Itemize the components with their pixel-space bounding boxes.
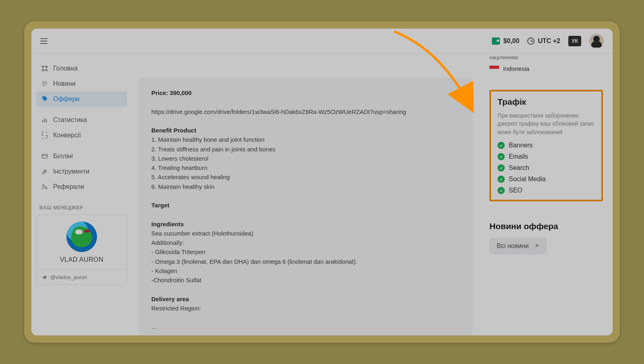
- sidebar-item-label: Головна: [53, 65, 78, 72]
- clock-icon: [527, 37, 535, 45]
- manager-handle-row[interactable]: @vlados_auron: [37, 270, 127, 284]
- traffic-item: Emails: [497, 153, 595, 160]
- traffic-item: SEO: [497, 187, 595, 194]
- sidebar-item-label: Оффери: [53, 95, 80, 103]
- sidebar-item-referrals[interactable]: Реферали: [36, 179, 127, 194]
- sidebar-item-offers[interactable]: Оффери: [36, 91, 127, 107]
- svg-rect-10: [42, 155, 47, 158]
- svg-point-13: [45, 187, 47, 189]
- add-line: - Kolagen: [151, 266, 460, 275]
- traffic-item: Search: [497, 164, 595, 172]
- flag-indonesia-icon: [489, 66, 499, 72]
- offer-description-card: Price: 390,000 https://drive.google.com/…: [139, 78, 473, 335]
- sidebar-item-billing[interactable]: Біллінг: [36, 149, 127, 164]
- sidebar-item-label: Інструменти: [53, 168, 89, 175]
- targeting-country: Indonesia: [503, 65, 529, 72]
- ingredients-heading: Ingredients: [151, 221, 184, 228]
- add-line: - Omega 3 (linolenat, EPA dan DHA) dan o…: [151, 257, 460, 266]
- svg-rect-1: [45, 66, 47, 68]
- menu-toggle-button[interactable]: [40, 38, 47, 44]
- target-heading: Target: [151, 202, 169, 209]
- targeting-label: націленням:: [489, 54, 603, 60]
- benefit-line: 4. Treating heartburn: [151, 163, 460, 172]
- traffic-item: Social Media: [497, 176, 595, 183]
- sidebar-item-label: Новини: [53, 80, 76, 87]
- traffic-hint: При використанні заборонених джерел траф…: [497, 112, 595, 136]
- delivery-heading: Delivery area: [151, 296, 189, 302]
- traffic-title: Трафік: [497, 97, 595, 107]
- manager-handle: @vlados_auron: [50, 274, 87, 280]
- external-link-icon: [534, 243, 539, 249]
- svg-rect-7: [42, 120, 43, 122]
- sidebar-item-tools[interactable]: Інструменти: [36, 164, 127, 179]
- sidebar-item-label: Конверсії: [53, 132, 81, 139]
- restricted-label: Restricted Region:: [151, 304, 460, 313]
- right-panel: націленням: Indonesia Трафік При викорис…: [480, 54, 613, 335]
- check-icon: [497, 153, 505, 160]
- svg-rect-2: [42, 69, 44, 71]
- traffic-list: Banners Emails Search Social Media: [497, 142, 595, 194]
- benefit-heading: Benefit Product: [151, 127, 196, 134]
- svg-rect-3: [45, 69, 47, 71]
- balance-value: $0,00: [503, 37, 519, 45]
- price-label: Price: 390,000: [151, 89, 192, 96]
- benefit-line: 2. Treats stiffness and pain in joints a…: [151, 145, 460, 154]
- ingredients-main: Sea cucumber extract (Holothuroidea): [151, 229, 460, 238]
- manager-section-label: ВАШ МЕНЕДЖЕР: [39, 205, 124, 211]
- traffic-item: Banners: [497, 142, 595, 149]
- manager-name: VLAD AURON: [60, 256, 103, 263]
- sidebar-item-conversions[interactable]: Конверсії: [36, 128, 127, 143]
- all-news-button[interactable]: Всі новини: [489, 238, 547, 254]
- svg-point-12: [43, 185, 45, 187]
- check-icon: [497, 164, 505, 172]
- wallet-icon: [492, 37, 500, 45]
- traffic-item-label: Social Media: [509, 176, 546, 183]
- timezone-display[interactable]: UTC +2: [527, 37, 560, 45]
- offer-news-title: Новини оффера: [489, 221, 603, 231]
- topbar: $0,00 UTC +2 УК: [31, 29, 613, 54]
- svg-rect-0: [42, 66, 44, 68]
- traffic-item-label: Banners: [509, 142, 533, 149]
- benefit-line: 3. Lowers cholesterol: [151, 154, 460, 163]
- check-icon: [497, 187, 505, 194]
- add-line: - Glikosida Triterpen: [151, 247, 460, 256]
- telegram-icon: [41, 275, 47, 280]
- drive-link: https://drive.google.com/drive/folders/1…: [151, 107, 460, 116]
- check-icon: [497, 142, 505, 149]
- tools-icon: [41, 168, 48, 175]
- sidebar-item-label: Біллінг: [53, 153, 74, 160]
- timezone-value: UTC +2: [538, 37, 560, 45]
- add-line: -Chondroitin Sulfat: [151, 275, 460, 285]
- benefit-line: 1. Maintain healthy bone and joint funct…: [151, 135, 460, 144]
- user-avatar[interactable]: [589, 34, 604, 48]
- svg-rect-9: [46, 119, 47, 122]
- ellipsis: …: [151, 322, 460, 331]
- benefit-line: 6. Maintain healthy skin: [151, 182, 460, 191]
- manager-card: VLAD AURON @vlados_auron: [36, 215, 127, 285]
- language-toggle[interactable]: УК: [568, 36, 581, 46]
- sidebar-item-label: Реферали: [53, 183, 84, 190]
- sidebar-item-label: Статистика: [53, 116, 87, 124]
- sidebar-item-home[interactable]: Головна: [36, 61, 127, 76]
- traffic-item-label: SEO: [509, 187, 522, 194]
- all-news-label: Всі новини: [497, 242, 529, 250]
- traffic-item-label: Search: [509, 164, 529, 172]
- additionally-label: Additionally:: [151, 238, 460, 247]
- referrals-icon: [41, 183, 48, 190]
- tag-icon: [41, 95, 48, 103]
- sidebar-item-stats[interactable]: Статистика: [36, 112, 127, 128]
- benefit-line: 5. Accelerates wound healing: [151, 172, 460, 182]
- sidebar: Головна Новини Оффери Статистика Конверс…: [31, 54, 132, 335]
- targeting-country-row: Indonesia: [489, 65, 603, 72]
- sidebar-item-news[interactable]: Новини: [36, 76, 127, 91]
- billing-icon: [41, 153, 48, 160]
- conversions-icon: [41, 132, 48, 139]
- svg-rect-8: [44, 118, 45, 123]
- traffic-card: Трафік При використанні заборонених джер…: [489, 90, 603, 201]
- stats-icon: [41, 116, 48, 124]
- dashboard-icon: [41, 65, 48, 72]
- manager-avatar: [66, 221, 97, 252]
- balance-display[interactable]: $0,00: [492, 37, 519, 45]
- traffic-item-label: Emails: [509, 153, 528, 160]
- main-content: Price: 390,000 https://drive.google.com/…: [132, 54, 480, 335]
